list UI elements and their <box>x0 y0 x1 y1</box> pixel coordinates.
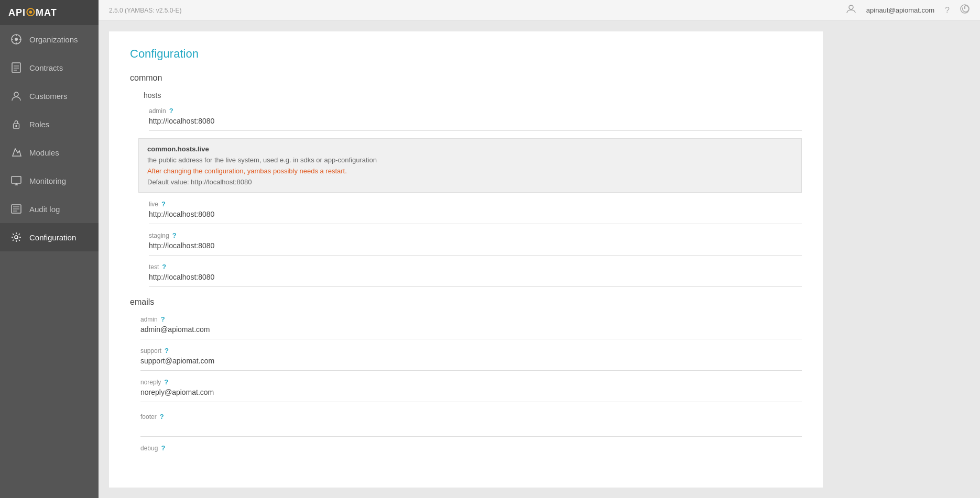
field-group-staging: staging ? http://localhost:8080 <box>138 231 802 256</box>
tooltip-live: common.hosts.live the public address for… <box>138 138 802 193</box>
sidebar-item-audit-log-label: Audit log <box>29 205 60 214</box>
page-title: Configuration <box>130 47 802 61</box>
field-group-live: live ? http://localhost:8080 <box>138 200 802 224</box>
field-email-support-value: support@apiomat.com <box>140 357 802 371</box>
sidebar-item-monitoring-label: Monitoring <box>29 176 66 185</box>
field-admin-label: admin <box>149 107 166 115</box>
section-common: common hosts admin ? http://localhost:80… <box>130 73 802 287</box>
field-email-noreply-label-row: noreply ? <box>140 378 802 386</box>
sidebar-item-customers[interactable]: Customers <box>0 82 99 110</box>
field-test-label-row: test ? <box>149 263 802 271</box>
tooltip-live-warning: After changing the configuration, yambas… <box>147 167 793 175</box>
audit-log-icon <box>10 203 22 215</box>
svg-point-20 <box>15 236 18 239</box>
field-email-footer-label: footer <box>140 413 157 420</box>
field-group-email-support: support ? support@apiomat.com <box>130 347 802 371</box>
svg-point-10 <box>14 92 18 96</box>
field-group-admin: admin ? http://localhost:8080 <box>138 107 802 131</box>
field-group-test: test ? http://localhost:8080 <box>138 263 802 287</box>
field-email-footer-label-row: footer ? <box>140 413 802 420</box>
field-admin-help-icon[interactable]: ? <box>169 107 173 115</box>
field-email-noreply-value: noreply@apiomat.com <box>140 388 802 402</box>
field-group-email-debug: debug ? <box>130 444 802 452</box>
field-email-debug-label: debug <box>140 445 158 452</box>
section-common-label: common <box>130 73 802 83</box>
field-staging-value: http://localhost:8080 <box>149 241 802 256</box>
sub-section-hosts-label: hosts <box>138 91 802 99</box>
field-email-admin-help-icon[interactable]: ? <box>161 315 165 323</box>
field-test-label: test <box>149 263 159 271</box>
field-live-value: http://localhost:8080 <box>149 210 802 224</box>
sidebar-item-modules-label: Modules <box>29 148 59 157</box>
sidebar-item-configuration[interactable]: Configuration <box>0 223 99 251</box>
sidebar-item-modules[interactable]: Modules <box>0 138 99 167</box>
tooltip-live-default: Default value: http://localhost:8080 <box>147 178 793 186</box>
sidebar-item-organizations-label: Organizations <box>29 35 78 44</box>
sidebar-item-contracts-label: Contracts <box>29 63 63 72</box>
svg-rect-6 <box>12 63 20 72</box>
field-email-admin-value: admin@apiomat.com <box>140 325 802 339</box>
customers-icon <box>10 90 22 102</box>
svg-rect-13 <box>12 176 21 183</box>
field-staging-label-row: staging ? <box>149 231 802 239</box>
svg-point-12 <box>15 125 17 127</box>
sidebar-item-contracts[interactable]: Contracts <box>0 53 99 82</box>
monitoring-icon <box>10 175 22 186</box>
logo: API⦿MAT <box>0 0 99 25</box>
sidebar-item-customers-label: Customers <box>29 92 68 101</box>
tooltip-live-desc: the public address for the live system, … <box>147 156 793 164</box>
field-test-help-icon[interactable]: ? <box>162 263 166 271</box>
sidebar-item-audit-log[interactable]: Audit log <box>0 195 99 223</box>
field-group-email-admin: admin ? admin@apiomat.com <box>130 315 802 339</box>
organizations-icon <box>10 34 22 45</box>
section-emails-label: emails <box>130 297 802 307</box>
field-email-support-help-icon[interactable]: ? <box>165 347 169 355</box>
field-admin-label-row: admin ? <box>149 107 802 115</box>
content-area: Configuration common hosts admin ? http:… <box>109 31 823 488</box>
sidebar: API⦿MAT Organizations Contracts <box>0 0 99 498</box>
roles-icon <box>10 118 22 130</box>
tooltip-live-title: common.hosts.live <box>147 145 793 153</box>
logo-text: API⦿MAT <box>8 7 57 18</box>
field-group-email-noreply: noreply ? noreply@apiomat.com <box>130 378 802 402</box>
field-live-label-row: live ? <box>149 200 802 208</box>
configuration-icon <box>10 231 22 243</box>
sidebar-item-roles-label: Roles <box>29 120 49 129</box>
field-email-noreply-help-icon[interactable]: ? <box>164 378 168 386</box>
field-email-support-label-row: support ? <box>140 347 802 355</box>
field-test-value: http://localhost:8080 <box>149 273 802 287</box>
field-email-debug-help-icon[interactable]: ? <box>161 444 165 452</box>
svg-point-1 <box>15 38 18 41</box>
field-email-debug-label-row: debug ? <box>140 444 802 452</box>
field-email-admin-label: admin <box>140 316 158 323</box>
section-emails: emails admin ? admin@apiomat.com support… <box>130 297 802 452</box>
right-panel <box>833 0 980 498</box>
field-live-help-icon[interactable]: ? <box>161 200 166 208</box>
field-staging-label: staging <box>149 232 169 239</box>
field-live-label: live <box>149 201 158 208</box>
sub-section-hosts: hosts admin ? http://localhost:8080 comm… <box>130 91 802 287</box>
field-group-email-footer: footer ? <box>130 413 802 437</box>
sidebar-item-organizations[interactable]: Organizations <box>0 25 99 53</box>
sidebar-item-roles[interactable]: Roles <box>0 110 99 138</box>
field-email-footer-value <box>140 423 802 437</box>
sidebar-item-configuration-label: Configuration <box>29 233 76 242</box>
sidebar-item-monitoring[interactable]: Monitoring <box>0 167 99 195</box>
main-area: 2.5.0 (YAMBAS: v2.5.0-E) apinaut@apiomat… <box>99 21 833 498</box>
field-email-footer-help-icon[interactable]: ? <box>160 413 164 420</box>
field-staging-help-icon[interactable]: ? <box>172 231 177 239</box>
modules-icon <box>10 147 22 158</box>
contracts-icon <box>10 62 22 73</box>
field-email-noreply-label: noreply <box>140 379 161 386</box>
field-email-support-label: support <box>140 347 161 355</box>
field-email-admin-label-row: admin ? <box>140 315 802 323</box>
field-admin-value: http://localhost:8080 <box>149 117 802 131</box>
